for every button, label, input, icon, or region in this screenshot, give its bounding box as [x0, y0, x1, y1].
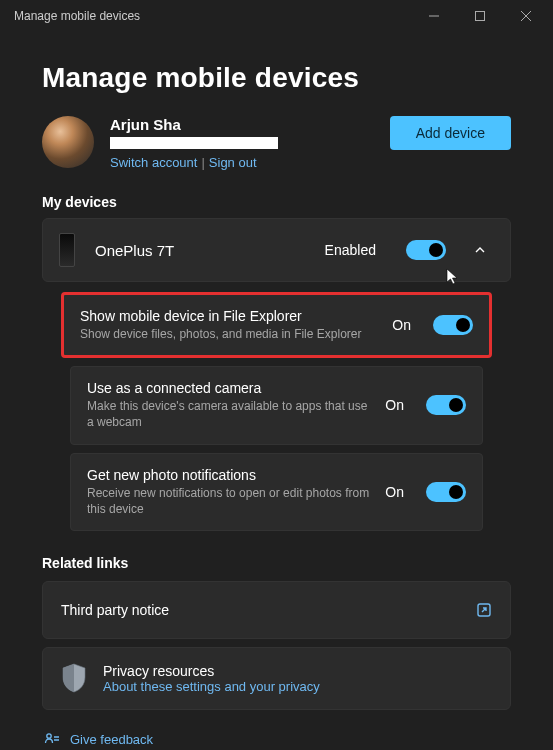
- chevron-up-icon[interactable]: [466, 244, 494, 256]
- option-connected-camera-toggle[interactable]: [426, 395, 466, 415]
- user-avatar[interactable]: [42, 116, 94, 168]
- feedback-label: Give feedback: [70, 732, 153, 747]
- page-title: Manage mobile devices: [42, 62, 511, 94]
- feedback-icon: [44, 732, 60, 748]
- device-status-label: Enabled: [325, 242, 376, 258]
- svg-point-5: [47, 734, 51, 738]
- option-file-explorer: Show mobile device in File Explorer Show…: [61, 292, 492, 358]
- option-title: Use as a connected camera: [87, 380, 371, 396]
- user-email-redacted: [110, 137, 278, 149]
- sign-out-link[interactable]: Sign out: [209, 155, 257, 170]
- cursor-icon: [446, 268, 460, 289]
- device-row[interactable]: OnePlus 7T Enabled: [42, 218, 511, 282]
- related-links-heading: Related links: [42, 555, 511, 571]
- option-state-label: On: [392, 317, 411, 333]
- option-text: Show mobile device in File Explorer Show…: [80, 308, 378, 342]
- titlebar: Manage mobile devices: [0, 0, 553, 32]
- option-connected-camera: Use as a connected camera Make this devi…: [70, 366, 483, 444]
- external-link-icon: [476, 602, 492, 618]
- content-area: Manage mobile devices Arjun Sha Switch a…: [0, 32, 553, 748]
- add-device-button[interactable]: Add device: [390, 116, 511, 150]
- device-thumbnail: [59, 233, 75, 267]
- svg-rect-1: [476, 12, 485, 21]
- account-header: Arjun Sha Switch account | Sign out Add …: [42, 116, 511, 170]
- close-button[interactable]: [503, 0, 549, 32]
- user-info: Arjun Sha Switch account | Sign out: [110, 116, 374, 170]
- device-options-list: Show mobile device in File Explorer Show…: [42, 290, 511, 531]
- option-file-explorer-toggle[interactable]: [433, 315, 473, 335]
- my-devices-heading: My devices: [42, 194, 511, 210]
- option-desc: Show device files, photos, and media in …: [80, 326, 378, 342]
- privacy-text: Privacy resources About these settings a…: [103, 663, 492, 694]
- window-title: Manage mobile devices: [14, 9, 411, 23]
- privacy-resources-row: Privacy resources About these settings a…: [42, 647, 511, 710]
- switch-account-link[interactable]: Switch account: [110, 155, 197, 170]
- option-desc: Receive new notifications to open or edi…: [87, 485, 371, 517]
- option-state-label: On: [385, 484, 404, 500]
- privacy-title: Privacy resources: [103, 663, 492, 679]
- user-links: Switch account | Sign out: [110, 155, 374, 170]
- shield-icon: [61, 663, 87, 693]
- privacy-link[interactable]: About these settings and your privacy: [103, 679, 492, 694]
- device-name-label: OnePlus 7T: [95, 242, 305, 259]
- option-text: Use as a connected camera Make this devi…: [87, 380, 371, 430]
- option-text: Get new photo notifications Receive new …: [87, 467, 371, 517]
- option-desc: Make this device's camera available to a…: [87, 398, 371, 430]
- third-party-notice-label: Third party notice: [61, 602, 476, 618]
- option-title: Show mobile device in File Explorer: [80, 308, 378, 324]
- device-enabled-toggle[interactable]: [406, 240, 446, 260]
- option-photo-notifications-toggle[interactable]: [426, 482, 466, 502]
- option-state-label: On: [385, 397, 404, 413]
- give-feedback-link[interactable]: Give feedback: [42, 732, 511, 748]
- maximize-button[interactable]: [457, 0, 503, 32]
- link-separator: |: [201, 155, 204, 170]
- minimize-button[interactable]: [411, 0, 457, 32]
- option-photo-notifications: Get new photo notifications Receive new …: [70, 453, 483, 531]
- third-party-notice-row[interactable]: Third party notice: [42, 581, 511, 639]
- option-title: Get new photo notifications: [87, 467, 371, 483]
- user-name: Arjun Sha: [110, 116, 374, 133]
